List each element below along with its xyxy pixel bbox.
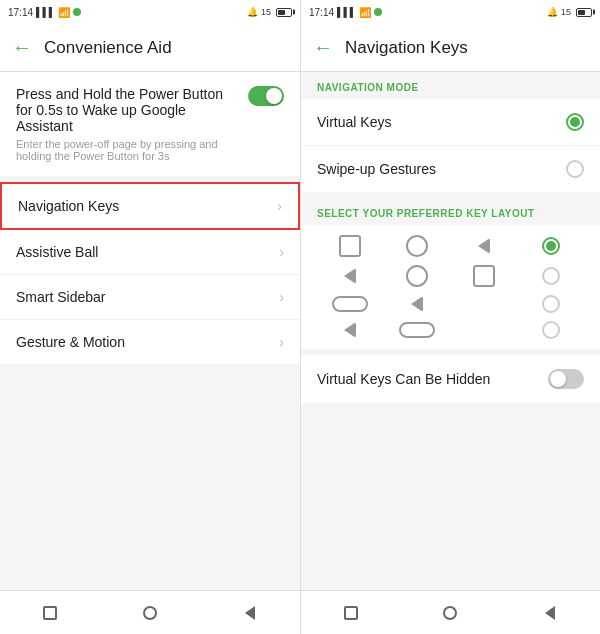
right-panel: 17:14 ▌▌▌ 📶 🔔 15 ← Navigation Keys NAVIG… xyxy=(300,0,600,634)
nav-item-smart-sidebar[interactable]: Smart Sidebar › xyxy=(0,275,300,320)
dnd-icon: 🔔 xyxy=(247,7,258,17)
key-cell xyxy=(451,265,518,287)
battery-fill xyxy=(278,10,285,15)
recents-button-right[interactable] xyxy=(436,599,464,627)
back-key-icon xyxy=(478,238,490,254)
status-left: 17:14 ▌▌▌ 📶 xyxy=(8,7,81,18)
battery-num-right: 15 xyxy=(561,7,571,17)
key-cell xyxy=(384,235,451,257)
back-key-icon-2 xyxy=(344,268,356,284)
left-top-bar: ← Convenience Aid xyxy=(0,24,300,72)
key-layout-row-3 xyxy=(317,295,584,313)
chevron-right-icon: › xyxy=(279,334,284,350)
nav-list: Navigation Keys › Assistive Ball › Smart… xyxy=(0,182,300,364)
layout-radio-1[interactable] xyxy=(542,237,560,255)
time: 17:14 xyxy=(8,7,33,18)
square-key-icon-2 xyxy=(473,265,495,287)
key-cell xyxy=(317,296,384,312)
back-nav-button[interactable] xyxy=(236,599,264,627)
key-cell xyxy=(384,322,451,338)
battery-icon xyxy=(276,8,292,17)
nav-item-label: Smart Sidebar xyxy=(16,289,105,305)
key-layout-row-4 xyxy=(317,321,584,339)
back-button-right[interactable]: ← xyxy=(313,36,333,59)
circle-key-icon-2 xyxy=(406,265,428,287)
nav-item-label: Gesture & Motion xyxy=(16,334,125,350)
wifi-icon-right: 📶 xyxy=(359,7,371,18)
layout-radio-4[interactable] xyxy=(542,321,560,339)
nav-item-label: Navigation Keys xyxy=(18,198,119,214)
nav-mode-list: Virtual Keys Swipe-up Gestures xyxy=(301,99,600,192)
battery-icon-right xyxy=(576,8,592,17)
right-page-title: Navigation Keys xyxy=(345,38,468,58)
signal-icon: ▌▌▌ xyxy=(36,7,55,17)
power-toggle[interactable] xyxy=(248,86,284,106)
key-cell xyxy=(317,322,384,338)
battery-num: 15 xyxy=(261,7,271,17)
circle-icon xyxy=(143,606,157,620)
key-cell xyxy=(384,296,451,312)
circle-icon-right xyxy=(443,606,457,620)
home-button-right[interactable] xyxy=(337,599,365,627)
square-key-icon xyxy=(339,235,361,257)
left-content: Press and Hold the Power Button for 0.5s… xyxy=(0,72,300,590)
swipe-gestures-label: Swipe-up Gestures xyxy=(317,161,436,177)
virtual-keys-radio[interactable] xyxy=(566,113,584,131)
left-bottom-nav xyxy=(0,590,300,634)
key-cell xyxy=(384,265,451,287)
key-layout-section-label: SELECT YOUR PREFERRED KEY LAYOUT xyxy=(301,198,600,225)
green-dot-left xyxy=(73,8,81,16)
back-key-icon-3 xyxy=(411,296,423,312)
swipe-gestures-option[interactable]: Swipe-up Gestures xyxy=(301,146,600,192)
key-cell[interactable] xyxy=(517,237,584,255)
power-button-title: Press and Hold the Power Button for 0.5s… xyxy=(16,86,236,134)
power-button-card: Press and Hold the Power Button for 0.5s… xyxy=(0,72,300,176)
back-button-left[interactable]: ← xyxy=(12,36,32,59)
right-top-bar: ← Navigation Keys xyxy=(301,24,600,72)
power-text-block: Press and Hold the Power Button for 0.5s… xyxy=(16,86,248,162)
layout-radio-2[interactable] xyxy=(542,267,560,285)
back-triangle-icon xyxy=(245,606,255,620)
home-button[interactable] xyxy=(36,599,64,627)
key-cell xyxy=(317,268,384,284)
key-layout-row-1 xyxy=(317,235,584,257)
green-dot-right xyxy=(374,8,382,16)
left-page-title: Convenience Aid xyxy=(44,38,172,58)
layout-radio-3[interactable] xyxy=(542,295,560,313)
swipe-gestures-radio[interactable] xyxy=(566,160,584,178)
status-left-right: 17:14 ▌▌▌ 📶 xyxy=(309,7,382,18)
virtual-hidden-toggle[interactable] xyxy=(548,369,584,389)
square-icon xyxy=(43,606,57,620)
nav-item-label: Assistive Ball xyxy=(16,244,98,260)
key-cell[interactable] xyxy=(517,321,584,339)
status-right: 🔔 15 xyxy=(247,7,292,17)
dnd-icon-right: 🔔 xyxy=(547,7,558,17)
key-layout-row-2 xyxy=(317,265,584,287)
chevron-right-icon: › xyxy=(279,244,284,260)
virtual-keys-hidden-row: Virtual Keys Can Be Hidden xyxy=(301,355,600,403)
circle-key-icon xyxy=(406,235,428,257)
pill-key-icon xyxy=(332,296,368,312)
nav-item-gesture-motion[interactable]: Gesture & Motion › xyxy=(0,320,300,364)
virtual-keys-hidden-label: Virtual Keys Can Be Hidden xyxy=(317,371,490,387)
power-button-desc: Enter the power-off page by pressing and… xyxy=(16,138,236,162)
nav-mode-section-label: NAVIGATION MODE xyxy=(301,72,600,99)
key-cell[interactable] xyxy=(517,295,584,313)
back-nav-button-right[interactable] xyxy=(536,599,564,627)
left-status-bar: 17:14 ▌▌▌ 📶 🔔 15 xyxy=(0,0,300,24)
wifi-icon: 📶 xyxy=(58,7,70,18)
pill-key-icon-2 xyxy=(399,322,435,338)
left-panel: 17:14 ▌▌▌ 📶 🔔 15 ← Convenience Aid Press… xyxy=(0,0,300,634)
power-row: Press and Hold the Power Button for 0.5s… xyxy=(16,86,284,162)
back-triangle-icon-right xyxy=(545,606,555,620)
nav-item-assistive-ball[interactable]: Assistive Ball › xyxy=(0,230,300,275)
recents-button[interactable] xyxy=(136,599,164,627)
key-cell xyxy=(451,238,518,254)
nav-item-navigation-keys[interactable]: Navigation Keys › xyxy=(0,182,300,230)
right-bottom-nav xyxy=(301,590,600,634)
battery-fill-right xyxy=(578,10,585,15)
virtual-keys-option[interactable]: Virtual Keys xyxy=(301,99,600,146)
key-cell[interactable] xyxy=(517,267,584,285)
square-icon-right xyxy=(344,606,358,620)
key-cell xyxy=(317,235,384,257)
